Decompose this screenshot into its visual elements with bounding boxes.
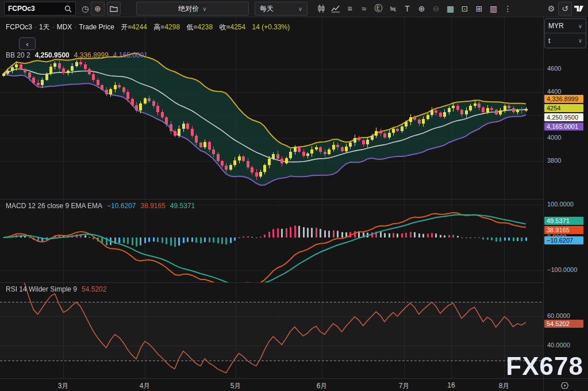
bollinger-legend[interactable]: BB 20 24,250.95004,336.89994,165.0001 (6, 51, 148, 59)
folder-icon (110, 5, 118, 12)
macd-tick-label: 100.0000 (547, 201, 574, 208)
undo-icon: ↺ (562, 4, 568, 13)
time-tick-label: 4月 (140, 381, 151, 391)
scale-settings-button[interactable]: ≒ (386, 2, 400, 16)
gear-icon: ⚙ (548, 4, 555, 13)
macd-signal-value: 49.5371 (170, 202, 195, 210)
open-layout-button[interactable] (107, 2, 121, 16)
currency-dropdown[interactable]: MYR∨ (545, 19, 586, 33)
compare-button[interactable]: ≈ (357, 2, 371, 16)
interval-dropdown[interactable]: 每天 ∨ (255, 2, 308, 16)
price-tick-label: 4000 (547, 134, 561, 141)
symbol-header[interactable]: FCPOc3·1天·MDX·Trade Price 开=4244 高=4298 … (6, 22, 290, 32)
macd-badge: −10.6207 (544, 236, 583, 244)
change-value: 14 (+0.33%) (252, 23, 290, 31)
unit-dropdown[interactable]: t∨ (545, 33, 586, 48)
chevron-down-icon: ∨ (202, 6, 206, 12)
macd-line-value: 38.9165 (140, 202, 165, 210)
indicators-button[interactable] (328, 2, 343, 16)
header-price-type: Trade Price (79, 23, 114, 31)
undo-button[interactable]: ↺ (558, 2, 572, 16)
chevron-left-icon: ‹ (26, 40, 28, 48)
bb-lower-value: 4,165.0001 (113, 51, 148, 59)
indicators-icon (331, 5, 340, 13)
close-value: 4254 (230, 23, 246, 31)
time-tick-label: 7月 (399, 381, 410, 391)
snapshot-icon: ⊡ (462, 4, 468, 13)
price-badge: 4,165.0001 (544, 122, 583, 131)
price-badge: 4,250.9500 (544, 113, 583, 121)
high-value: 4298 (164, 23, 180, 31)
zoom-in-button[interactable]: ⊕ (414, 2, 429, 16)
chevron-down-icon: ∨ (578, 37, 582, 44)
publish-chart-icon: ▥ (490, 4, 497, 13)
macd-legend[interactable]: MACD 12 26 close 9 EMA EMA−10.620738.916… (6, 202, 195, 210)
add-symbol-button[interactable]: ⊕ (91, 2, 105, 16)
price-badge: 4254 (544, 104, 583, 112)
tradingview-logo[interactable] (572, 2, 586, 16)
open-value: 4244 (132, 23, 147, 31)
symbol-text: FCPOc3 (8, 5, 35, 13)
chart-canvas[interactable] (0, 17, 543, 378)
text-tool-button[interactable]: T (400, 2, 414, 16)
top-toolbar: FCPOc3 ◷ ⊕ 绝对价 ∨ 每天 ∨ (0, 0, 588, 17)
fx678-watermark: FX678 (506, 352, 583, 381)
macd-badge: 49.5371 (544, 217, 583, 225)
zoom-in-icon: ⊕ (418, 4, 425, 13)
symbol-search-input[interactable]: FCPOc3 (4, 2, 76, 16)
candlestick-icon (317, 4, 325, 13)
time-tick-label: 3月 (58, 381, 69, 391)
back-button[interactable]: ‹ (19, 37, 36, 50)
toolbar-icon-strip: ≡ ≈ Ⓔ ≒ T ⊕ ⊖ ▦ ⊡ ⊞ ▥ ⋮ (314, 2, 515, 16)
time-axis-divider (543, 379, 544, 391)
header-exchange: MDX (57, 23, 72, 31)
time-tick-label: 5月 (230, 381, 241, 391)
zoom-out-button[interactable]: ⊖ (429, 2, 443, 16)
macd-tick-label: −100.0000 (547, 266, 577, 273)
header-interval: 1天 (39, 23, 50, 31)
time-tick-label: 16 (447, 381, 455, 389)
tradingview-logo-icon (574, 5, 584, 13)
time-axis-settings-icon[interactable] (560, 381, 569, 391)
currency-unit-selector[interactable]: MYR∨ t∨ (544, 18, 586, 48)
publish-button[interactable]: ▥ (486, 2, 501, 16)
rsi-value: 54.5202 (82, 285, 106, 293)
more-dots-icon: ⋮ (504, 4, 512, 13)
table-icon: ▦ (447, 4, 454, 13)
scale-icon: ≒ (390, 4, 397, 13)
layout-button[interactable]: ⊞ (472, 2, 486, 16)
layers-icon: ≡ (347, 4, 352, 13)
low-value: 4238 (197, 23, 213, 31)
price-mode-dropdown[interactable]: 绝对价 ∨ (136, 2, 249, 16)
settings-button[interactable]: ⚙ (544, 2, 558, 16)
text-icon: T (405, 4, 410, 13)
plus-circle-icon: ⊕ (94, 4, 101, 13)
more-options-button[interactable]: ⋮ (501, 2, 515, 16)
rsi-legend[interactable]: RSI 14 Wilder Simple 954.5202 (6, 285, 106, 293)
time-tick-label: 8月 (499, 381, 510, 391)
macd-badge: 38.9165 (544, 226, 583, 234)
price-tick-label: 4600 (547, 65, 561, 72)
snapshot-button[interactable]: ⊡ (458, 2, 472, 16)
price-axis[interactable]: 4600440040003800100.00000.0000−100.00006… (543, 17, 588, 378)
bar-replay-clock-icon[interactable]: ◷ (78, 2, 92, 16)
price-tick-label: 3800 (547, 157, 561, 164)
data-table-button[interactable]: ▦ (443, 2, 458, 16)
layout-icon: ⊞ (476, 4, 483, 13)
price-tick-label: 4400 (547, 88, 561, 95)
chevron-down-icon: ∨ (298, 6, 302, 12)
e-circle-icon: Ⓔ (375, 3, 383, 14)
header-symbol: FCPOc3 (6, 23, 32, 31)
rsi-tick-label: 40.0000 (547, 342, 570, 348)
templates-button[interactable]: ≡ (343, 2, 357, 16)
time-axis[interactable]: 3月4月5月6月7月168月 (0, 378, 588, 391)
waves-icon: ≈ (362, 4, 367, 13)
chart-style-button[interactable] (314, 2, 328, 16)
macd-hist-value: −10.6207 (107, 202, 136, 210)
rsi-badge: 54.5202 (544, 320, 583, 328)
search-icon (64, 5, 72, 13)
economy-button[interactable]: Ⓔ (371, 2, 386, 16)
chevron-down-icon: ∨ (578, 23, 582, 29)
price-badge: 4,336.8999 (544, 95, 583, 103)
rsi-tick-label: 60.0000 (547, 312, 570, 319)
